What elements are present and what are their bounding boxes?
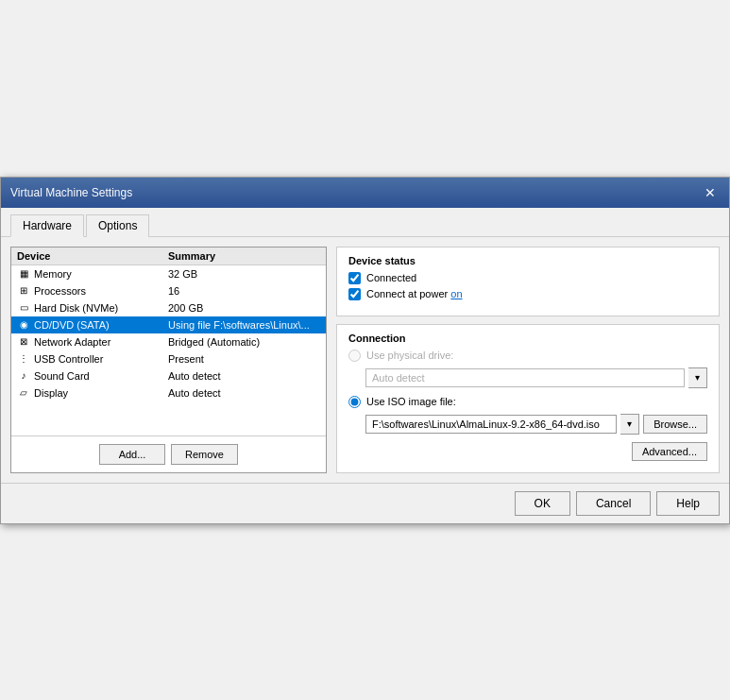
tab-bar: Hardware Options	[1, 208, 729, 237]
usb-icon: ⋮	[17, 353, 30, 364]
table-row[interactable]: ♪ Sound Card Auto detect	[11, 367, 326, 384]
table-row[interactable]: ⋮ USB Controller Present	[11, 350, 326, 367]
memory-icon: ▦	[17, 268, 30, 279]
cancel-button[interactable]: Cancel	[576, 491, 651, 516]
iso-radio-row: Use ISO image file:	[348, 396, 707, 408]
virtual-machine-settings-dialog: Virtual Machine Settings ✕ Hardware Opti…	[0, 177, 730, 524]
tab-hardware[interactable]: Hardware	[10, 214, 84, 237]
iso-path-arrow: ▾	[620, 414, 639, 435]
cd-icon: ◉	[17, 319, 30, 330]
tab-options[interactable]: Options	[86, 214, 149, 237]
device-status-title: Device status	[348, 255, 707, 266]
auto-detect-select[interactable]: Auto detect	[365, 368, 685, 387]
iso-file-label: Use ISO image file:	[366, 396, 456, 407]
connected-row: Connected	[348, 272, 707, 284]
device-status-section: Device status Connected Connect at power…	[336, 247, 720, 316]
table-row[interactable]: ⊠ Network Adapter Bridged (Automatic)	[11, 333, 326, 350]
remove-button[interactable]: Remove	[171, 444, 238, 465]
right-panel: Device status Connected Connect at power…	[336, 247, 720, 473]
connected-checkbox[interactable]	[348, 272, 361, 284]
help-button[interactable]: Help	[656, 491, 720, 516]
display-device-label: ▱ Display	[17, 387, 168, 399]
table-header: Device Summary	[11, 248, 326, 265]
device-action-buttons: Add... Remove	[11, 435, 326, 472]
advanced-button[interactable]: Advanced...	[632, 442, 707, 461]
cddvd-device-label: ◉ CD/DVD (SATA)	[17, 319, 168, 331]
table-row[interactable]: ⊞ Processors 16	[11, 282, 326, 299]
advanced-row: Advanced...	[348, 442, 707, 461]
physical-drive-label: Use physical drive:	[366, 350, 453, 361]
network-device-label: ⊠ Network Adapter	[17, 336, 168, 348]
sound-icon: ♪	[17, 370, 30, 381]
connect-at-power-row: Connect at power on	[348, 288, 707, 300]
table-row-selected[interactable]: ◉ CD/DVD (SATA) Using file F:\softwares\…	[11, 316, 326, 333]
iso-path-select[interactable]: F:\softwares\Linux\AlmaLinux-9.2-x86_64-…	[365, 415, 617, 434]
table-row[interactable]: ▦ Memory 32 GB	[11, 265, 326, 282]
connection-title: Connection	[348, 333, 707, 344]
auto-detect-row: Auto detect ▾	[365, 367, 707, 388]
table-row[interactable]: ▭ Hard Disk (NVMe) 200 GB	[11, 299, 326, 316]
table-row[interactable]: ▱ Display Auto detect	[11, 384, 326, 401]
connection-section: Connection Use physical drive: Auto dete…	[336, 324, 720, 473]
auto-detect-arrow: ▾	[688, 367, 707, 388]
main-content: Device Summary ▦ Memory 32 GB ⊞ Processo…	[1, 237, 729, 483]
iso-path-row: F:\softwares\Linux\AlmaLinux-9.2-x86_64-…	[365, 414, 707, 435]
display-icon: ▱	[17, 387, 30, 398]
connect-at-power-label: Connect at power on	[366, 288, 463, 299]
physical-drive-row: Use physical drive:	[348, 350, 707, 362]
processors-device-label: ⊞ Processors	[17, 285, 168, 297]
memory-device-label: ▦ Memory	[17, 268, 168, 280]
dialog-title: Virtual Machine Settings	[10, 186, 132, 199]
harddisk-device-label: ▭ Hard Disk (NVMe)	[17, 302, 168, 314]
iso-file-radio[interactable]	[348, 396, 361, 408]
ok-button[interactable]: OK	[515, 491, 570, 516]
col-summary: Summary	[168, 250, 320, 262]
device-table: Device Summary ▦ Memory 32 GB ⊞ Processo…	[11, 248, 326, 435]
connect-at-power-checkbox[interactable]	[348, 288, 361, 300]
browse-button[interactable]: Browse...	[643, 415, 707, 434]
title-bar: Virtual Machine Settings ✕	[1, 178, 729, 208]
close-button[interactable]: ✕	[701, 183, 720, 202]
col-device: Device	[17, 250, 168, 262]
harddisk-icon: ▭	[17, 302, 30, 313]
processor-icon: ⊞	[17, 285, 30, 296]
connected-label: Connected	[366, 272, 416, 283]
dialog-bottom-bar: OK Cancel Help	[1, 483, 729, 523]
network-icon: ⊠	[17, 336, 30, 347]
add-button[interactable]: Add...	[99, 444, 165, 465]
usb-device-label: ⋮ USB Controller	[17, 353, 168, 365]
physical-drive-radio[interactable]	[348, 350, 361, 362]
on-link[interactable]: on	[450, 288, 462, 299]
sound-device-label: ♪ Sound Card	[17, 370, 168, 382]
device-list-panel: Device Summary ▦ Memory 32 GB ⊞ Processo…	[10, 247, 327, 473]
